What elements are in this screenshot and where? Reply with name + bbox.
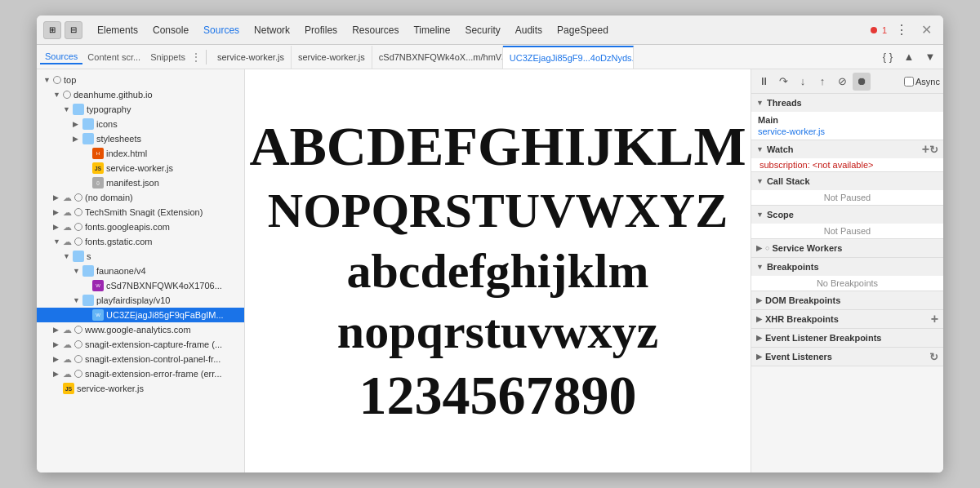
- nav-back[interactable]: ▲: [899, 48, 919, 66]
- menu-network[interactable]: Network: [247, 21, 296, 39]
- tree-faunaone[interactable]: ▼ faunaone/v4: [37, 264, 244, 278]
- tree-snagit-capture[interactable]: ▶ ☁ snagit-extension-capture-frame (...: [37, 337, 244, 352]
- tree-typography[interactable]: ▼ typography: [37, 102, 244, 117]
- tree-fonts-googleapis[interactable]: ▶ ☁ fonts.googleapis.com: [37, 220, 244, 234]
- threads-header[interactable]: ▼ Threads: [751, 94, 943, 112]
- scope-header[interactable]: ▼ Scope: [751, 206, 943, 224]
- panel-tab-more[interactable]: ⋮: [190, 51, 202, 64]
- menu-bar: ⊞ ⊟ Elements Console Sources Network Pro…: [37, 16, 943, 45]
- tab-content-scripts[interactable]: Content scr...: [82, 51, 145, 64]
- tree-playfair[interactable]: ▼ playfairdisplay/v10: [37, 293, 244, 308]
- tree-manifest-json[interactable]: ▶ {} manifest.json: [37, 175, 244, 190]
- section-service-workers: ▶ ○ Service Workers: [751, 239, 943, 258]
- watch-refresh[interactable]: ↻: [929, 144, 938, 156]
- menu-security[interactable]: Security: [458, 21, 506, 39]
- section-call-stack: ▼ Call Stack Not Paused: [751, 172, 943, 206]
- section-xhr-breakpoints: ▶ XHR Breakpoints +: [751, 310, 943, 329]
- tree-sw-bottom[interactable]: ▶ JS service-worker.js: [37, 381, 244, 396]
- watch-add[interactable]: +: [922, 143, 929, 156]
- step-into-button[interactable]: ↓: [794, 73, 812, 91]
- menu-console[interactable]: Console: [146, 21, 195, 39]
- font-preview: ABCDEFGHIJKLM NOPQRSTUVWXYZ abcdefghijkl…: [245, 100, 751, 442]
- menu-profiles[interactable]: Profiles: [298, 21, 344, 39]
- xhr-breakpoints-header[interactable]: ▶ XHR Breakpoints +: [751, 310, 943, 328]
- tree-snagit-control[interactable]: ▶ ☁ snagit-extension-control-panel-fr...: [37, 352, 244, 366]
- scope-status: Not Paused: [751, 224, 943, 238]
- right-toolbar: ⏸ ↷ ↓ ↑ ⊘ ⏺ Async: [751, 69, 943, 94]
- right-sections: ▼ Threads Main service-worker.js ▼ Watch…: [751, 94, 943, 472]
- recording-dot: [871, 27, 877, 33]
- tree-fonts-gstatic[interactable]: ▼ ☁ fonts.gstatic.com: [37, 234, 244, 249]
- font-preview-line1: ABCDEFGHIJKLM: [249, 116, 746, 177]
- font-preview-line3: abcdefghijklm: [346, 244, 648, 298]
- watch-header[interactable]: ▼ Watch + ↻: [751, 140, 943, 158]
- font-preview-line5: 1234567890: [359, 365, 637, 426]
- right-panel: ⏸ ↷ ↓ ↑ ⊘ ⏺ Async ▼ Threads Mai: [751, 69, 943, 472]
- file-tab-3[interactable]: UC3ZEjagJi85gF9...4oDzNyds.woff2 ✕: [503, 46, 634, 69]
- tree-icons[interactable]: ▶ icons: [37, 117, 244, 131]
- secondary-toolbar: Sources Content scr... Snippets ⋮ servic…: [37, 45, 943, 69]
- devtools-window: ⊞ ⊟ Elements Console Sources Network Pro…: [37, 16, 943, 472]
- section-breakpoints: ▼ Breakpoints No Breakpoints: [751, 258, 943, 291]
- tree-stylesheets[interactable]: ▶ stylesheets: [37, 131, 244, 146]
- font-preview-line2: NOPQRSTUVWXYZ: [268, 184, 728, 237]
- section-event-listeners: ▶ Event Listeners ↻: [751, 348, 943, 366]
- main-content: ▼ top ▼ deanhume.github.io ▼ typography: [37, 69, 943, 472]
- devtools-icon-1[interactable]: ⊞: [43, 21, 61, 39]
- font-preview-line4: nopqrstuvwxyz: [337, 304, 658, 358]
- async-checkbox[interactable]: [904, 77, 914, 87]
- menu-sources[interactable]: Sources: [197, 21, 246, 39]
- tree-google-analytics[interactable]: ▶ ☁ www.google-analytics.com: [37, 322, 244, 337]
- deactivate-button[interactable]: ⊘: [833, 73, 851, 91]
- call-stack-status: Not Paused: [751, 190, 943, 205]
- devtools-icon-2[interactable]: ⊟: [65, 21, 82, 39]
- section-threads: ▼ Threads Main service-worker.js: [751, 94, 943, 140]
- file-tab-1[interactable]: service-worker.js: [292, 46, 372, 69]
- menu-icons: ⊞ ⊟: [43, 21, 82, 39]
- tree-top[interactable]: ▼ top: [37, 73, 244, 87]
- menu-resources[interactable]: Resources: [345, 21, 405, 39]
- event-listeners-refresh[interactable]: ↻: [929, 351, 938, 363]
- step-out-button[interactable]: ↑: [813, 73, 831, 91]
- tab-sources[interactable]: Sources: [40, 50, 82, 64]
- event-listener-breakpoints-header[interactable]: ▶ Event Listener Breakpoints: [751, 329, 943, 347]
- file-tab-2[interactable]: cSd7NBXNFQWk4oX...m/hmVJw.woff2: [372, 46, 503, 69]
- tree-snagit-error[interactable]: ▶ ☁ snagit-extension-error-frame (err...: [37, 366, 244, 381]
- xhr-add[interactable]: +: [931, 313, 938, 326]
- section-watch: ▼ Watch + ↻ subscription: <not available…: [751, 140, 943, 172]
- menu-pagespeed[interactable]: PageSpeed: [550, 21, 615, 39]
- tab-snippets[interactable]: Snippets: [145, 51, 190, 64]
- tree-csd7-woff[interactable]: ▶ W cSd7NBXNFQWK4oX1706...: [37, 278, 244, 293]
- breakpoints-status: No Breakpoints: [751, 276, 943, 291]
- menu-timeline[interactable]: Timeline: [407, 21, 457, 39]
- file-tree: ▼ top ▼ deanhume.github.io ▼ typography: [37, 69, 244, 472]
- overflow-menu[interactable]: ⋮: [892, 20, 911, 39]
- pause-exceptions-button[interactable]: ⏺: [853, 73, 871, 91]
- tree-sw-js[interactable]: ▶ JS service-worker.js: [37, 161, 244, 175]
- tree-no-domain[interactable]: ▶ ☁ (no domain): [37, 190, 244, 205]
- event-listeners-header[interactable]: ▶ Event Listeners ↻: [751, 348, 943, 366]
- tree-index-html[interactable]: ▶ H index.html: [37, 146, 244, 161]
- nav-forward[interactable]: ▼: [920, 48, 940, 66]
- menu-right: 1 ⋮ ✕: [871, 20, 937, 39]
- watch-value: subscription: <not available>: [751, 158, 943, 171]
- section-scope: ▼ Scope Not Paused: [751, 206, 943, 239]
- threads-body: Main service-worker.js: [751, 112, 943, 140]
- call-stack-header[interactable]: ▼ Call Stack: [751, 172, 943, 190]
- menu-audits[interactable]: Audits: [509, 21, 549, 39]
- recording-label: 1: [882, 25, 887, 35]
- file-tab-0[interactable]: service-worker.js: [211, 46, 292, 69]
- tree-deanhume[interactable]: ▼ deanhume.github.io: [37, 87, 244, 102]
- tree-s[interactable]: ▼ s: [37, 249, 244, 264]
- dom-breakpoints-header[interactable]: ▶ DOM Breakpoints: [751, 291, 943, 309]
- pause-button[interactable]: ⏸: [755, 73, 773, 91]
- code-panel: ABCDEFGHIJKLM NOPQRSTUVWXYZ abcdefghijkl…: [245, 69, 751, 472]
- close-button[interactable]: ✕: [916, 20, 937, 39]
- format-button[interactable]: { }: [878, 48, 898, 66]
- breakpoints-header[interactable]: ▼ Breakpoints: [751, 258, 943, 276]
- menu-elements[interactable]: Elements: [91, 21, 145, 39]
- tree-uc3z-woff[interactable]: ▶ W UC3ZEjagJi85gF9qFaBgIM...: [37, 308, 244, 322]
- step-over-button[interactable]: ↷: [774, 73, 792, 91]
- service-workers-header[interactable]: ▶ ○ Service Workers: [751, 239, 943, 257]
- tree-techsmith[interactable]: ▶ ☁ TechSmith Snagit (Extension): [37, 205, 244, 220]
